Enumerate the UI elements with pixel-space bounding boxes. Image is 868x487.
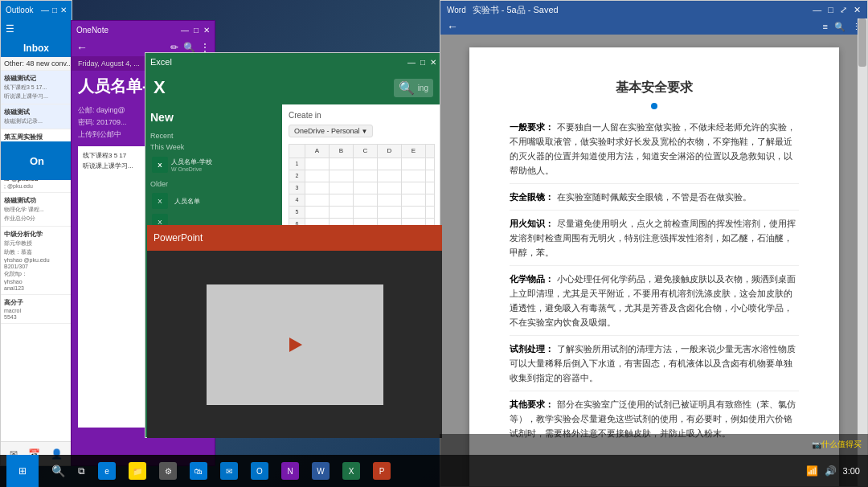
outlook-inbox-label[interactable]: Inbox xyxy=(1,39,72,57)
taskbar-start-button[interactable]: ⊞ xyxy=(0,455,45,487)
onenote-back-btn[interactable]: ← xyxy=(76,41,88,54)
excel-new-button[interactable]: New xyxy=(150,109,277,125)
taskbar-powerpoint[interactable]: P xyxy=(366,455,397,487)
word-scrollbar[interactable] xyxy=(858,18,867,486)
word-section-other: 其他要求： 部分在实验室广泛使用的试剂已被证明具有致癌性（苯、氯仿等），教学实验… xyxy=(510,396,799,440)
word-divider xyxy=(510,210,799,211)
onenote-minimize-btn[interactable]: — xyxy=(181,26,189,35)
excel-col-b: B xyxy=(330,145,354,158)
email-sub2: yhshao @pku.edu xyxy=(4,257,68,263)
word-back-btn[interactable]: ← xyxy=(447,20,458,33)
excel-file-info: 人员名单-学校 W OneDrive xyxy=(171,158,276,172)
outlook-maximize-btn[interactable]: □ xyxy=(52,6,57,14)
word-titlebar-left: Word 实验书 - 5a品 - Saved xyxy=(447,4,559,16)
word-divider xyxy=(510,335,799,336)
outlook-minimize-btn[interactable]: — xyxy=(41,6,49,14)
taskbar-onenote[interactable]: N xyxy=(275,455,305,487)
word-section-text-2: 在实验室随时佩戴安全眼镜，不管是否在做实验。 xyxy=(557,192,751,202)
powerpoint-bar: PowerPoint xyxy=(147,225,442,251)
taskbar-excel[interactable]: X xyxy=(336,455,366,487)
chevron-down-icon: ▼ xyxy=(362,128,368,135)
email-item[interactable]: 中级分析化学 部元华教授 助教：慕嘉 yhshao @pku.edu B201/… xyxy=(1,227,72,295)
email-item[interactable]: 核磁测试功 物理化学 课程... 作业总分0分 xyxy=(1,193,72,227)
word-close-btn[interactable]: ✕ xyxy=(854,5,861,15)
excel-this-week-label: This Week xyxy=(150,143,277,151)
email-item[interactable]: 高分子 macrol 5543 xyxy=(1,295,72,324)
excel-restore-btn[interactable]: □ xyxy=(420,58,425,67)
excel-col-a: A xyxy=(305,145,330,158)
on-button[interactable]: On xyxy=(1,141,72,180)
excel-close-btn[interactable]: ✕ xyxy=(430,58,436,67)
word-fullscreen-btn[interactable]: ⤢ xyxy=(840,5,847,15)
powerpoint-slide xyxy=(207,284,383,405)
email-sender: 第五周实验报 xyxy=(4,133,68,141)
excel-title-buttons: — □ ✕ xyxy=(407,58,436,67)
taskbar-volume-icon[interactable]: 🔊 xyxy=(825,465,837,477)
windows-start-icon[interactable]: ⊞ xyxy=(6,455,39,487)
excel-row-1: 1 xyxy=(289,158,434,170)
email-item[interactable]: 核磁测试 核磁测试记录... xyxy=(1,104,72,129)
taskbar-edge[interactable]: e xyxy=(92,455,122,487)
taskbar-network-icon[interactable]: 📶 xyxy=(806,465,818,477)
word-section-label-5: 试剂处理： xyxy=(510,344,554,354)
taskbar-clock[interactable]: 3:00 xyxy=(843,466,860,476)
word-scrollbar-thumb[interactable] xyxy=(858,18,866,67)
word-tool-icon-1[interactable]: ≡ xyxy=(823,22,828,32)
taskbar-settings[interactable]: ⚙ xyxy=(153,455,183,487)
taskbar-file-explorer[interactable]: 📁 xyxy=(122,455,153,487)
excel-location-button[interactable]: OneDrive - Personal ▼ xyxy=(289,125,373,137)
email-sub6: anal123 xyxy=(4,285,68,291)
excel-file-name: 人员名单-学校 xyxy=(171,158,276,166)
email-sub5: yhshao xyxy=(4,279,68,284)
onenote-edit-icon[interactable]: ✏ xyxy=(170,42,178,53)
taskbar-search[interactable]: 🔍 xyxy=(45,455,72,487)
excel-header: X 🔍 ing xyxy=(145,71,441,104)
taskbar-outlook[interactable]: O xyxy=(244,455,275,487)
word-titlebar: Word 实验书 - 5a品 - Saved — □ ⤢ ✕ xyxy=(440,1,867,18)
email-item[interactable]: 核磁测试记 线下课程3 5 17... 听说课上课学习... xyxy=(1,71,72,104)
word-title: Word xyxy=(447,6,466,14)
excel-row-4: 4 xyxy=(289,194,434,207)
excel-older-name: 人员名单 xyxy=(174,197,200,206)
taskbar-mail[interactable]: ✉ xyxy=(214,455,244,487)
taskbar-task-view[interactable]: ⧉ xyxy=(72,455,92,487)
powerpoint-label: PowerPoint xyxy=(154,232,203,244)
word-section-fire: 用火知识： 尽量避免使用明火，点火之前检查周围的挥发性溶剂，使用挥发溶剂时检查周… xyxy=(510,215,799,259)
word-divider xyxy=(510,183,799,184)
word-divider xyxy=(510,265,799,266)
excel-search-placeholder: ing xyxy=(418,84,428,92)
word-tool-icon-2[interactable]: 🔍 xyxy=(834,22,845,32)
outlook-other-label[interactable]: Other: 48 new conv... xyxy=(1,57,72,71)
email-sender: 核磁测试记 xyxy=(4,74,68,83)
excel-corner-cell xyxy=(289,145,305,158)
onenote-close-btn[interactable]: ✕ xyxy=(203,26,210,35)
excel-row-2: 2 xyxy=(289,170,434,182)
excel-older-item[interactable]: X 人员名单 xyxy=(150,190,277,211)
word-section-general: 一般要求： 不要独自一人留在实验室做实验，不做未经老师允许的实验，不用嘴吸取液管… xyxy=(510,119,799,177)
outlook-window: Outlook — □ ✕ ☰ Inbox Other: 48 new conv… xyxy=(0,0,72,466)
outlook-title: Outlook xyxy=(6,6,33,14)
onenote-more-icon[interactable]: ⋮ xyxy=(200,42,210,53)
outlook-close-btn[interactable]: ✕ xyxy=(60,6,67,14)
onenote-title-buttons: — □ ✕ xyxy=(181,26,210,35)
windows-logo: ⊞ xyxy=(18,465,27,477)
taskbar-time-display: 3:00 xyxy=(843,466,860,476)
word-minimize-btn[interactable]: — xyxy=(813,5,821,14)
watermark-bar: 📷 什么值得买 xyxy=(440,434,868,455)
excel-minimize-btn[interactable]: — xyxy=(407,58,416,67)
word-restore-btn[interactable]: □ xyxy=(828,5,833,14)
outlook-hamburger[interactable]: ☰ xyxy=(4,22,68,36)
taskbar-word[interactable]: W xyxy=(305,455,336,487)
excel-col-d: D xyxy=(378,145,402,158)
excel-search-bar[interactable]: 🔍 ing xyxy=(394,79,433,97)
excel-recent-item[interactable]: X 人员名单-学校 W OneDrive xyxy=(150,154,277,175)
taskbar-store[interactable]: 🛍 xyxy=(183,455,214,487)
word-taskbar-icon: W xyxy=(312,462,330,480)
word-filename: 实验书 - 5a品 - Saved xyxy=(473,4,559,16)
store-icon: 🛍 xyxy=(190,462,207,480)
onenote-search-icon[interactable]: 🔍 xyxy=(183,42,195,53)
edge-icon: e xyxy=(98,462,116,480)
hamburger-icon: ☰ xyxy=(6,23,14,35)
outlook-taskbar-icon: O xyxy=(251,462,268,480)
onenote-maximize-btn[interactable]: □ xyxy=(194,26,199,35)
